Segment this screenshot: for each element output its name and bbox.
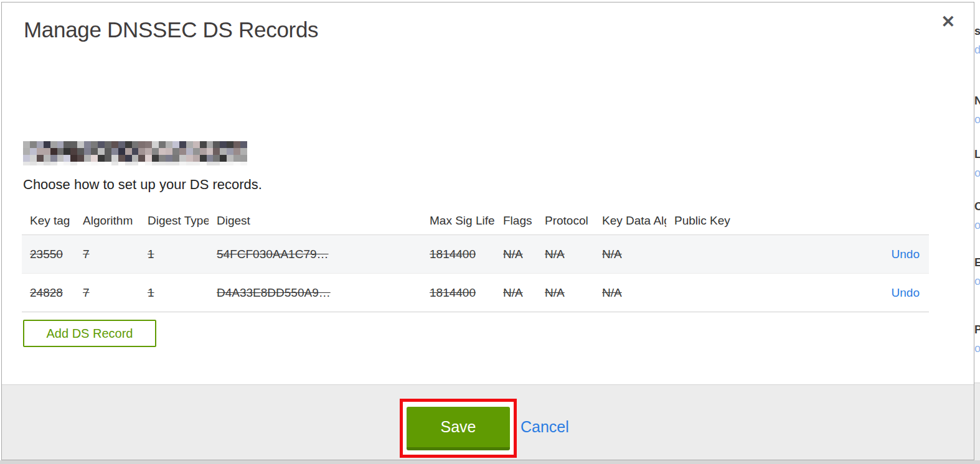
dnssec-ds-records-modal: Manage DNSSEC DS Records ✕ Choose how to… [1, 2, 974, 460]
cell-algorithm: 7 [75, 286, 139, 300]
page-fragment-label: C [974, 200, 980, 213]
cell-key-tag: 24828 [22, 286, 75, 300]
page-fragment-link: d [974, 44, 980, 57]
page-fragment-label: s [974, 25, 980, 38]
page-fragment-label: P [974, 323, 980, 336]
table-row: 24828 7 1 D4A33E8DD550A9… 1814400 N/A N/… [22, 274, 929, 312]
cell-algorithm: 7 [75, 248, 139, 261]
cell-digest: 54FCF030AA1C79… [209, 248, 422, 261]
redacted-domain-name [23, 141, 247, 165]
column-header-max-sig-life: Max Sig Life [422, 214, 495, 228]
page-fragment-link: o [974, 113, 980, 126]
cell-flags: N/A [495, 286, 537, 300]
cell-digest: D4A33E8DD550A9… [209, 286, 422, 300]
column-header-flags: Flags [495, 214, 537, 228]
cell-protocol: N/A [537, 286, 594, 300]
undo-link[interactable]: Undo [892, 286, 920, 299]
cancel-link[interactable]: Cancel [521, 418, 569, 436]
save-button[interactable]: Save [407, 407, 510, 450]
cell-key-data-alg: N/A [594, 286, 666, 300]
cell-max-sig-life: 1814400 [422, 248, 495, 261]
underlying-page-footer [974, 383, 980, 460]
cell-key-tag: 23550 [22, 248, 75, 261]
column-header-protocol: Protocol [537, 214, 594, 228]
modal-title: Manage DNSSEC DS Records [24, 17, 318, 42]
cell-actions: Undo [814, 248, 929, 261]
column-header-digest: Digest [209, 214, 422, 228]
page-fragment-link: o [974, 275, 980, 288]
undo-link[interactable]: Undo [892, 248, 920, 261]
close-icon[interactable]: ✕ [941, 14, 955, 30]
annotation-highlight-box: Save [400, 399, 517, 458]
cell-protocol: N/A [537, 248, 594, 261]
column-header-public-key: Public Key [666, 214, 814, 228]
page-fragment-link: o [974, 167, 980, 180]
page-fragment-link: o [974, 219, 980, 232]
column-header-digest-type: Digest Type [139, 214, 209, 228]
page-fragment-label: N [974, 95, 980, 108]
page-background: sdNoLoCoEoPo Manage DNSSEC DS Records ✕ … [0, 0, 980, 464]
column-header-key-data-alg: Key Data Alg [594, 214, 666, 228]
cell-digest-type: 1 [139, 286, 209, 300]
page-bottom-edge [0, 460, 980, 464]
column-header-key-tag: Key tag [22, 214, 75, 228]
underlying-page-strip: sdNoLoCoEoPo [974, 2, 980, 460]
page-fragment-link: o [974, 342, 980, 355]
table-header-row: Key tag Algorithm Digest Type Digest Max… [22, 206, 929, 235]
cell-max-sig-life: 1814400 [422, 286, 495, 300]
cell-flags: N/A [495, 248, 537, 261]
cell-digest-type: 1 [139, 248, 209, 261]
modal-footer: Save Cancel [2, 384, 974, 460]
add-ds-record-button[interactable]: Add DS Record [23, 320, 156, 347]
cell-key-data-alg: N/A [594, 248, 666, 261]
instructions-text: Choose how to set up your DS records. [23, 177, 262, 193]
cell-actions: Undo [814, 286, 929, 300]
ds-records-table: Key tag Algorithm Digest Type Digest Max… [22, 206, 929, 312]
page-fragment-label: E [974, 256, 980, 269]
column-header-algorithm: Algorithm [75, 214, 139, 228]
table-row: 23550 7 1 54FCF030AA1C79… 1814400 N/A N/… [22, 235, 929, 274]
page-fragment-label: L [974, 148, 980, 161]
